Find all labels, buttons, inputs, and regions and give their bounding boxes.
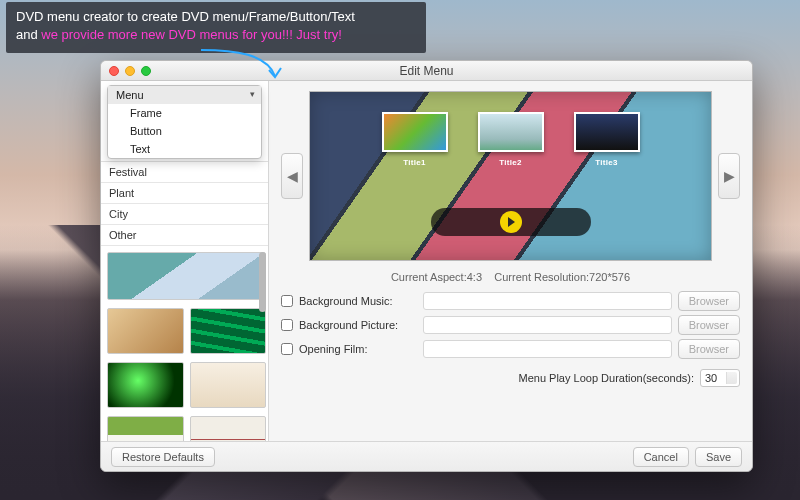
- template-thumb[interactable]: [107, 416, 184, 441]
- dropdown-option-menu[interactable]: Menu: [108, 86, 261, 104]
- template-thumb[interactable]: [190, 308, 267, 354]
- opening-film-label: Opening Film:: [299, 343, 417, 355]
- opening-film-field[interactable]: [423, 340, 672, 358]
- dropdown-option-text[interactable]: Text: [108, 140, 261, 158]
- resolution-value: 720*576: [589, 271, 630, 283]
- play-icon[interactable]: [500, 211, 522, 233]
- restore-defaults-button[interactable]: Restore Defaults: [111, 447, 215, 467]
- bg-picture-checkbox[interactable]: [281, 319, 293, 331]
- preview-prev-button[interactable]: ◀: [281, 153, 303, 199]
- aspect-value: 4:3: [467, 271, 482, 283]
- promo-text-1: DVD menu creator to create DVD menu/Fram…: [16, 9, 355, 24]
- duration-value: 30: [705, 372, 717, 384]
- preview-title-1[interactable]: Title1: [382, 112, 448, 167]
- preview-info: Current Aspect:4:3 Current Resolution:72…: [281, 261, 740, 289]
- promo-text-2a: and: [16, 27, 41, 42]
- category-festival[interactable]: Festival: [101, 162, 268, 183]
- preview-play-bar: [431, 208, 591, 236]
- menu-preview: Title1 Title2 Title3: [309, 91, 712, 261]
- dropdown-option-button[interactable]: Button: [108, 122, 261, 140]
- template-thumb[interactable]: [107, 252, 266, 300]
- duration-stepper[interactable]: 30: [700, 369, 740, 387]
- preview-title-3[interactable]: Title3: [574, 112, 640, 167]
- preview-title-label: Title3: [574, 158, 640, 167]
- template-thumb[interactable]: [107, 362, 184, 408]
- bg-music-browser-button[interactable]: Browser: [678, 291, 740, 311]
- category-other[interactable]: Other: [101, 225, 268, 246]
- sidebar: Menu Frame Button Text Festival Plant Ci…: [101, 81, 269, 441]
- element-type-dropdown[interactable]: Menu Frame Button Text: [107, 85, 262, 159]
- main-panel: ◀ Title1 Title2 Title3: [269, 81, 752, 441]
- aspect-label: Current Aspect:: [391, 271, 467, 283]
- template-scroll: [101, 246, 268, 441]
- preview-title-label: Title1: [382, 158, 448, 167]
- edit-menu-window: Edit Menu Menu Frame Button Text Festiva…: [100, 60, 753, 472]
- category-list: Festival Plant City Other: [101, 161, 268, 246]
- preview-title-label: Title2: [478, 158, 544, 167]
- preview-title-2[interactable]: Title2: [478, 112, 544, 167]
- preview-next-button[interactable]: ▶: [718, 153, 740, 199]
- bg-music-checkbox[interactable]: [281, 295, 293, 307]
- settings-form: Background Music: Browser Background Pic…: [281, 291, 740, 387]
- opening-film-browser-button[interactable]: Browser: [678, 339, 740, 359]
- promo-arrow-icon: [195, 46, 285, 88]
- dropdown-option-frame[interactable]: Frame: [108, 104, 261, 122]
- duration-label: Menu Play Loop Duration(seconds):: [519, 372, 694, 384]
- resolution-label: Current Resolution:: [494, 271, 589, 283]
- template-thumb[interactable]: [190, 362, 267, 408]
- bg-picture-field[interactable]: [423, 316, 672, 334]
- cancel-button[interactable]: Cancel: [633, 447, 689, 467]
- template-scrollbar[interactable]: [257, 252, 267, 435]
- category-plant[interactable]: Plant: [101, 183, 268, 204]
- template-thumb[interactable]: [190, 416, 267, 441]
- category-city[interactable]: City: [101, 204, 268, 225]
- bg-picture-browser-button[interactable]: Browser: [678, 315, 740, 335]
- save-button[interactable]: Save: [695, 447, 742, 467]
- promo-text-highlight: we provide more new DVD menus for you!!!…: [41, 27, 342, 42]
- template-thumb[interactable]: [107, 308, 184, 354]
- bg-picture-label: Background Picture:: [299, 319, 417, 331]
- bg-music-field[interactable]: [423, 292, 672, 310]
- opening-film-checkbox[interactable]: [281, 343, 293, 355]
- bg-music-label: Background Music:: [299, 295, 417, 307]
- window-footer: Restore Defaults Cancel Save: [101, 441, 752, 471]
